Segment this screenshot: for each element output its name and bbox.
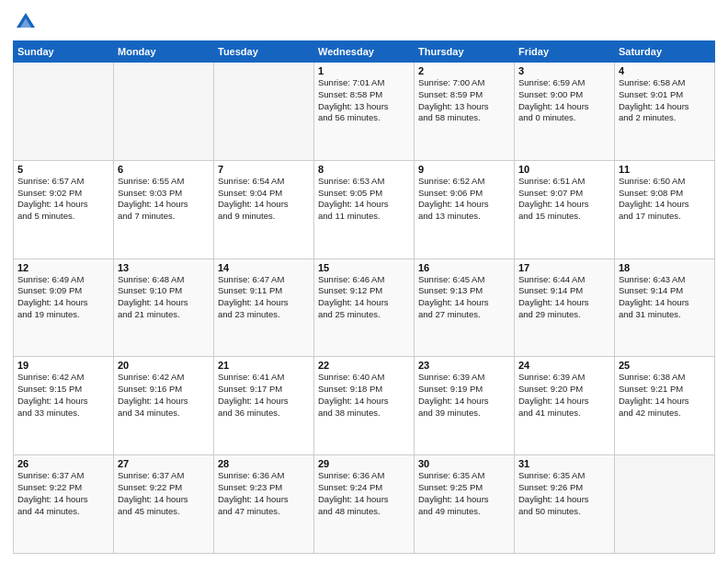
calendar-cell: 8Sunrise: 6:53 AMSunset: 9:05 PMDaylight… xyxy=(314,160,415,259)
day-number: 5 xyxy=(17,164,109,175)
day-number: 16 xyxy=(418,262,510,273)
calendar-cell xyxy=(214,63,314,161)
day-number: 19 xyxy=(17,360,109,371)
calendar-cell: 18Sunrise: 6:43 AMSunset: 9:14 PMDayligh… xyxy=(615,259,715,357)
calendar-cell: 26Sunrise: 6:37 AMSunset: 9:22 PMDayligh… xyxy=(14,455,114,554)
day-number: 23 xyxy=(418,360,510,371)
calendar-week-1: 5Sunrise: 6:57 AMSunset: 9:02 PMDaylight… xyxy=(14,160,715,259)
day-number: 12 xyxy=(17,262,109,273)
calendar-cell: 7Sunrise: 6:54 AMSunset: 9:04 PMDaylight… xyxy=(214,160,314,259)
day-number: 26 xyxy=(17,458,109,469)
weekday-header-tuesday: Tuesday xyxy=(214,41,314,63)
weekday-header-sunday: Sunday xyxy=(14,41,114,63)
calendar-week-2: 12Sunrise: 6:49 AMSunset: 9:09 PMDayligh… xyxy=(14,259,715,357)
day-info: Sunrise: 6:39 AMSunset: 9:19 PMDaylight:… xyxy=(418,372,510,419)
day-info: Sunrise: 6:37 AMSunset: 9:22 PMDaylight:… xyxy=(118,470,210,517)
calendar-cell: 29Sunrise: 6:36 AMSunset: 9:24 PMDayligh… xyxy=(314,455,415,554)
calendar-cell: 14Sunrise: 6:47 AMSunset: 9:11 PMDayligh… xyxy=(214,259,314,357)
calendar-cell: 3Sunrise: 6:59 AMSunset: 9:00 PMDaylight… xyxy=(515,63,615,161)
day-number: 14 xyxy=(218,262,310,273)
day-number: 8 xyxy=(318,164,410,175)
weekday-header-thursday: Thursday xyxy=(415,41,515,63)
calendar-cell: 19Sunrise: 6:42 AMSunset: 9:15 PMDayligh… xyxy=(14,357,114,455)
calendar-cell: 5Sunrise: 6:57 AMSunset: 9:02 PMDaylight… xyxy=(14,160,114,259)
day-info: Sunrise: 6:50 AMSunset: 9:08 PMDaylight:… xyxy=(619,176,711,223)
calendar-cell: 13Sunrise: 6:48 AMSunset: 9:10 PMDayligh… xyxy=(114,259,214,357)
day-number: 2 xyxy=(418,65,510,76)
calendar: SundayMondayTuesdayWednesdayThursdayFrid… xyxy=(13,40,715,554)
day-info: Sunrise: 6:58 AMSunset: 9:01 PMDaylight:… xyxy=(619,77,711,124)
day-info: Sunrise: 6:37 AMSunset: 9:22 PMDaylight:… xyxy=(17,470,109,517)
calendar-cell: 20Sunrise: 6:42 AMSunset: 9:16 PMDayligh… xyxy=(114,357,214,455)
day-number: 21 xyxy=(218,360,310,371)
calendar-cell: 6Sunrise: 6:55 AMSunset: 9:03 PMDaylight… xyxy=(114,160,214,259)
calendar-cell: 25Sunrise: 6:38 AMSunset: 9:21 PMDayligh… xyxy=(615,357,715,455)
calendar-cell: 22Sunrise: 6:40 AMSunset: 9:18 PMDayligh… xyxy=(314,357,415,455)
calendar-cell: 21Sunrise: 6:41 AMSunset: 9:17 PMDayligh… xyxy=(214,357,314,455)
day-info: Sunrise: 6:57 AMSunset: 9:02 PMDaylight:… xyxy=(17,176,109,223)
day-info: Sunrise: 7:01 AMSunset: 8:58 PMDaylight:… xyxy=(318,77,410,124)
day-info: Sunrise: 6:39 AMSunset: 9:20 PMDaylight:… xyxy=(518,372,610,419)
day-number: 7 xyxy=(218,164,310,175)
day-number: 20 xyxy=(118,360,210,371)
calendar-cell: 9Sunrise: 6:52 AMSunset: 9:06 PMDaylight… xyxy=(415,160,515,259)
logo-icon xyxy=(13,9,39,35)
calendar-cell: 15Sunrise: 6:46 AMSunset: 9:12 PMDayligh… xyxy=(314,259,415,357)
day-number: 28 xyxy=(218,458,310,469)
calendar-cell xyxy=(14,63,114,161)
day-info: Sunrise: 6:52 AMSunset: 9:06 PMDaylight:… xyxy=(418,176,510,223)
day-info: Sunrise: 6:49 AMSunset: 9:09 PMDaylight:… xyxy=(17,274,109,321)
calendar-cell xyxy=(114,63,214,161)
day-info: Sunrise: 6:48 AMSunset: 9:10 PMDaylight:… xyxy=(118,274,210,321)
day-info: Sunrise: 6:47 AMSunset: 9:11 PMDaylight:… xyxy=(218,274,310,321)
day-info: Sunrise: 6:46 AMSunset: 9:12 PMDaylight:… xyxy=(318,274,410,321)
calendar-cell: 11Sunrise: 6:50 AMSunset: 9:08 PMDayligh… xyxy=(615,160,715,259)
day-number: 22 xyxy=(318,360,410,371)
calendar-cell: 30Sunrise: 6:35 AMSunset: 9:25 PMDayligh… xyxy=(415,455,515,554)
day-info: Sunrise: 6:51 AMSunset: 9:07 PMDaylight:… xyxy=(518,176,610,223)
weekday-header-row: SundayMondayTuesdayWednesdayThursdayFrid… xyxy=(14,41,715,63)
day-info: Sunrise: 6:40 AMSunset: 9:18 PMDaylight:… xyxy=(318,372,410,419)
calendar-cell: 17Sunrise: 6:44 AMSunset: 9:14 PMDayligh… xyxy=(515,259,615,357)
day-number: 4 xyxy=(619,65,711,76)
day-info: Sunrise: 6:35 AMSunset: 9:26 PMDaylight:… xyxy=(518,470,610,517)
calendar-cell: 16Sunrise: 6:45 AMSunset: 9:13 PMDayligh… xyxy=(415,259,515,357)
day-info: Sunrise: 6:42 AMSunset: 9:15 PMDaylight:… xyxy=(17,372,109,419)
weekday-header-monday: Monday xyxy=(114,41,214,63)
page: SundayMondayTuesdayWednesdayThursdayFrid… xyxy=(0,0,728,563)
weekday-header-friday: Friday xyxy=(515,41,615,63)
day-info: Sunrise: 6:43 AMSunset: 9:14 PMDaylight:… xyxy=(619,274,711,321)
day-number: 10 xyxy=(518,164,610,175)
weekday-header-wednesday: Wednesday xyxy=(314,41,415,63)
day-number: 15 xyxy=(318,262,410,273)
day-info: Sunrise: 6:35 AMSunset: 9:25 PMDaylight:… xyxy=(418,470,510,517)
day-number: 25 xyxy=(619,360,711,371)
calendar-cell: 28Sunrise: 6:36 AMSunset: 9:23 PMDayligh… xyxy=(214,455,314,554)
day-number: 24 xyxy=(518,360,610,371)
day-info: Sunrise: 6:55 AMSunset: 9:03 PMDaylight:… xyxy=(118,176,210,223)
calendar-cell: 27Sunrise: 6:37 AMSunset: 9:22 PMDayligh… xyxy=(114,455,214,554)
day-info: Sunrise: 7:00 AMSunset: 8:59 PMDaylight:… xyxy=(418,77,510,124)
calendar-cell: 24Sunrise: 6:39 AMSunset: 9:20 PMDayligh… xyxy=(515,357,615,455)
day-number: 6 xyxy=(118,164,210,175)
calendar-cell: 2Sunrise: 7:00 AMSunset: 8:59 PMDaylight… xyxy=(415,63,515,161)
calendar-cell: 10Sunrise: 6:51 AMSunset: 9:07 PMDayligh… xyxy=(515,160,615,259)
day-info: Sunrise: 6:53 AMSunset: 9:05 PMDaylight:… xyxy=(318,176,410,223)
day-info: Sunrise: 6:42 AMSunset: 9:16 PMDaylight:… xyxy=(118,372,210,419)
calendar-cell xyxy=(615,455,715,554)
calendar-week-0: 1Sunrise: 7:01 AMSunset: 8:58 PMDaylight… xyxy=(14,63,715,161)
day-number: 18 xyxy=(619,262,711,273)
day-info: Sunrise: 6:59 AMSunset: 9:00 PMDaylight:… xyxy=(518,77,610,124)
day-number: 1 xyxy=(318,65,410,76)
day-info: Sunrise: 6:41 AMSunset: 9:17 PMDaylight:… xyxy=(218,372,310,419)
day-number: 27 xyxy=(118,458,210,469)
calendar-cell: 12Sunrise: 6:49 AMSunset: 9:09 PMDayligh… xyxy=(14,259,114,357)
calendar-cell: 31Sunrise: 6:35 AMSunset: 9:26 PMDayligh… xyxy=(515,455,615,554)
calendar-week-3: 19Sunrise: 6:42 AMSunset: 9:15 PMDayligh… xyxy=(14,357,715,455)
day-number: 29 xyxy=(318,458,410,469)
day-info: Sunrise: 6:54 AMSunset: 9:04 PMDaylight:… xyxy=(218,176,310,223)
calendar-week-4: 26Sunrise: 6:37 AMSunset: 9:22 PMDayligh… xyxy=(14,455,715,554)
day-info: Sunrise: 6:45 AMSunset: 9:13 PMDaylight:… xyxy=(418,274,510,321)
header xyxy=(13,9,715,35)
day-number: 9 xyxy=(418,164,510,175)
